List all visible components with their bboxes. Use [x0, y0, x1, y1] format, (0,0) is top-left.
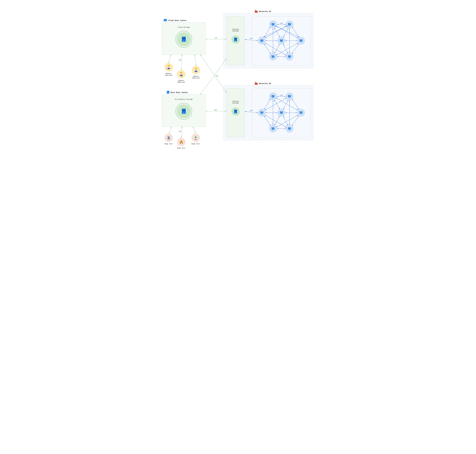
- cloud-storage-label: Cloud Storage: [178, 26, 190, 28]
- edge-units: Edge Unit Edge Unit Edge Unit: [164, 134, 200, 149]
- cloud-icon: [163, 19, 167, 22]
- lan-label: LAN: [250, 38, 252, 39]
- lan-label: LAN: [280, 95, 283, 96]
- edge-device-icon: [194, 136, 197, 140]
- building-icon: [167, 91, 169, 94]
- factory-icon: [255, 9, 258, 13]
- employee-1: RemoteEmployee: [164, 63, 173, 76]
- wan-label: WAN: [214, 109, 217, 111]
- worksite1-title: Worksite #1: [259, 10, 271, 13]
- svg-line-48: [193, 127, 195, 133]
- edge-label: Edge Unit: [177, 147, 185, 149]
- wan-label: WAN: [179, 131, 181, 132]
- svg-line-37: [169, 55, 171, 63]
- server-icon: [234, 38, 237, 41]
- onprem-storage-label: On-premises Storage: [175, 98, 193, 100]
- svg-line-46: [169, 127, 171, 133]
- svg-line-38: [181, 55, 182, 70]
- architecture-diagram: Cloud Data Center Cloud Storage RemoteEm…: [154, 0, 322, 160]
- edge-label: Edge Unit: [164, 143, 173, 145]
- employee-3: RemoteEmployee: [192, 66, 200, 79]
- worksite2-title: Worksite #2: [259, 82, 271, 84]
- wan-label: WAN: [215, 37, 217, 39]
- factory-icon: [255, 82, 258, 85]
- worksite-2: Worksite #2 CachingGateway LAN: [224, 82, 313, 140]
- server-icon: [182, 37, 186, 42]
- edge-unit-3: Edge Unit: [191, 134, 200, 145]
- edge-device-icon: [167, 136, 170, 140]
- lan-label: LAN: [250, 110, 252, 111]
- server-icon: [234, 110, 237, 113]
- svg-line-111: [200, 55, 226, 92]
- main-dc-title: Main Data Center: [170, 91, 188, 93]
- wan-label: WAN: [179, 59, 181, 61]
- remote-employees: RemoteEmployee RemoteEmployee RemoteEmpl…: [164, 63, 200, 83]
- gateway-label: CachingGateway: [232, 28, 239, 32]
- wan-label: WAN: [216, 75, 218, 77]
- edge-unit-1: Edge Unit: [164, 134, 173, 145]
- svg-line-39: [195, 55, 196, 66]
- main-data-center: Main Data Center On-premises Storage: [162, 91, 205, 127]
- gateway-label: CachingGateway: [232, 100, 239, 104]
- employee-2: RemoteEmployee: [177, 70, 185, 83]
- employee-label: RemoteEmployee: [178, 80, 185, 83]
- lan-label: LAN: [280, 23, 283, 24]
- worksite-1: Worksite #1 CachingGateway LAN: [224, 9, 313, 68]
- employee-label: RemoteEmployee: [192, 76, 200, 79]
- edge-label: Edge Unit: [191, 143, 200, 145]
- svg-line-47: [181, 127, 182, 138]
- cloud-data-center: Cloud Data Center Cloud Storage: [162, 19, 205, 55]
- cloud-dc-title: Cloud Data Center: [168, 19, 187, 22]
- edge-unit-2: Edge Unit: [177, 138, 185, 149]
- svg-line-112: [200, 59, 226, 94]
- server-icon: [182, 109, 186, 114]
- employee-label: RemoteEmployee: [165, 73, 172, 76]
